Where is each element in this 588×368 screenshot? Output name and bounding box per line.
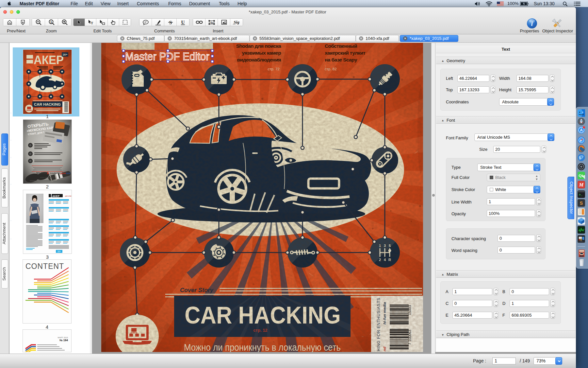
svg-text:16+: 16+ [62, 53, 67, 56]
svg-text:T: T [91, 21, 93, 25]
svg-text:№ 194: № 194 [59, 339, 68, 342]
svg-text:CAR HACKING: CAR HACKING [34, 102, 61, 106]
svg-text:Qt: Qt [579, 173, 583, 178]
svg-text:Aa: Aa [209, 21, 213, 24]
svg-text:1: 1 [50, 20, 52, 24]
svg-text:AKEP: AKEP [52, 195, 60, 198]
svg-text:i: i [531, 20, 533, 27]
svg-text:АКЕР: АКЕР [34, 53, 64, 67]
svg-text:CONTENT: CONTENT [25, 262, 64, 271]
svg-text:A: A [47, 171, 49, 175]
svg-text:MAXIM: MAXIM [36, 172, 46, 175]
svg-text:www.mancard.ru: www.mancard.ru [40, 176, 55, 178]
svg-text:S: S [580, 201, 583, 206]
svg-text:A: A [580, 128, 583, 132]
svg-text:U: U [181, 19, 185, 25]
svg-text:16+: 16+ [57, 250, 61, 253]
svg-text:game: game [60, 172, 66, 175]
svg-text:Sig: Sig [234, 20, 239, 25]
svg-text:M: M [579, 182, 584, 187]
svg-text:land: land [66, 172, 71, 174]
svg-text:>_: >_ [579, 193, 582, 197]
svg-text:gameland: gameland [65, 195, 72, 197]
